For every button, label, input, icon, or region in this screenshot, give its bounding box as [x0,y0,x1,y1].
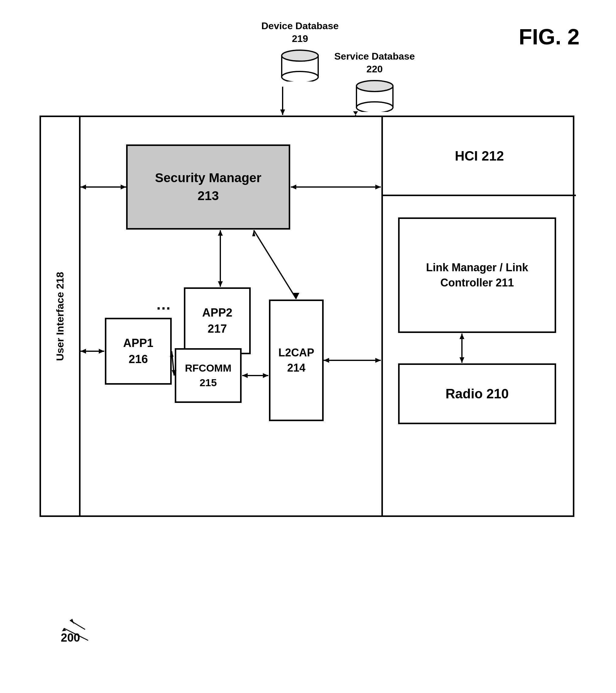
svg-marker-18 [293,293,299,299]
svg-marker-13 [121,184,126,190]
link-manager-label: Link Manager / Link Controller 211 [399,260,555,291]
svg-point-7 [356,102,393,112]
rfcomm-label: RFCOMM215 [185,361,231,390]
service-db-label: Service Database220 [334,50,415,75]
svg-point-4 [282,72,318,81]
hci-label-box: HCI 212 [383,117,576,196]
svg-marker-10 [459,334,464,339]
svg-marker-12 [81,184,86,190]
svg-marker-30 [375,358,381,363]
main-outer-box: User Interface 218 HCI 212 Link Manager … [40,116,574,517]
svg-line-0 [64,628,88,640]
dots: ··· [157,299,171,317]
svg-line-23 [172,351,174,376]
device-db-label: Device Database219 [261,20,338,45]
svg-marker-21 [81,349,86,354]
svg-marker-27 [263,373,268,378]
hci-label: HCI 212 [455,148,504,164]
hci-section: HCI 212 Link Manager / Link Controller 2… [382,117,576,515]
security-manager-box: Security Manager213 [126,144,290,230]
user-interface-label: User Interface 218 [54,272,66,361]
left-inner-section: Security Manager213 APP2217 APP1216 RFCO… [81,117,382,515]
svg-marker-16 [218,281,223,287]
svg-marker-22 [99,349,104,354]
svg-marker-40 [70,619,74,624]
svg-marker-31 [324,358,329,363]
device-database: Device Database219 [261,20,338,83]
svg-point-6 [356,81,393,92]
app2-box: APP2217 [184,288,251,354]
app1-box: APP1216 [105,318,172,385]
svg-marker-15 [218,230,223,236]
security-manager-label: Security Manager213 [155,169,261,205]
svg-line-17 [254,230,296,299]
svg-marker-9 [459,357,464,363]
svg-point-3 [282,50,318,61]
l2cap-box: L2CAP 214 [269,299,324,421]
figure-label: FIG. 2 [519,24,579,49]
inner-area: HCI 212 Link Manager / Link Controller 2… [81,117,576,515]
service-database: Service Database220 [334,50,415,113]
svg-marker-28 [242,373,248,378]
radio-label: Radio 210 [446,386,509,401]
user-interface-box: User Interface 218 [41,117,81,515]
app2-label: APP2217 [202,305,232,337]
diagram-number: 200 [61,631,80,644]
svg-marker-33 [375,184,381,190]
radio-box: Radio 210 [398,363,556,424]
svg-marker-36 [280,110,285,115]
svg-marker-34 [291,184,296,190]
rfcomm-box: RFCOMM215 [175,348,242,403]
svg-marker-19 [252,230,255,236]
link-manager-box: Link Manager / Link Controller 211 [398,217,556,333]
l2cap-label: L2CAP 214 [270,345,322,376]
app1-label: APP1216 [123,335,153,367]
